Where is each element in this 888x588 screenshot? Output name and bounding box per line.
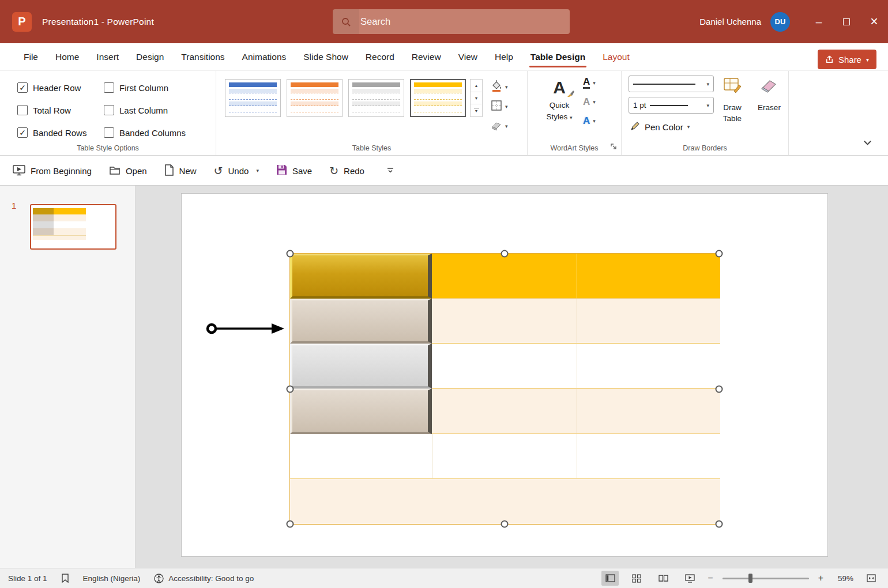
tab-transitions[interactable]: Transitions [172, 43, 233, 70]
zoom-slider-thumb[interactable] [748, 574, 752, 583]
share-button[interactable]: Share ▾ [818, 50, 876, 69]
table-cell[interactable] [432, 389, 577, 434]
table-style-orange[interactable] [287, 79, 343, 117]
text-fill-button[interactable]: A ▾ [583, 76, 596, 90]
table-style-blue[interactable] [225, 79, 281, 117]
selection-handle[interactable] [716, 250, 723, 258]
zoom-slider[interactable] [723, 578, 809, 579]
checkbox-header-row[interactable]: ✓ Header Row [17, 80, 104, 95]
tab-layout[interactable]: Layout [594, 43, 638, 70]
toolbar-overflow-button[interactable] [386, 167, 394, 174]
table-cell[interactable] [432, 299, 577, 344]
table-cell[interactable] [290, 254, 432, 299]
table-cell[interactable] [290, 479, 432, 524]
tab-file[interactable]: File [15, 43, 47, 70]
checkbox-box[interactable] [104, 82, 114, 93]
checkbox-banded-rows[interactable]: ✓ Banded Rows [17, 125, 104, 140]
selection-handle[interactable] [716, 521, 723, 528]
account-name[interactable]: Daniel Uchenna [699, 17, 761, 27]
table-cell[interactable] [290, 389, 432, 434]
gallery-scroll-down-button[interactable]: ▼ [471, 92, 482, 105]
table-cell[interactable] [577, 434, 720, 479]
gallery-scroll-up-button[interactable]: ▲ [471, 80, 482, 92]
draw-table-button[interactable]: Draw Table [716, 76, 748, 125]
slide-1-thumbnail[interactable] [30, 204, 116, 250]
eraser-button[interactable]: Eraser [753, 76, 785, 113]
powerpoint-logo-icon[interactable]: P [12, 12, 32, 32]
tab-table-design[interactable]: Table Design [522, 43, 594, 70]
accessibility-status[interactable]: Accessibility: Good to go [154, 574, 254, 583]
tab-view[interactable]: View [450, 43, 486, 70]
fit-slide-button[interactable] [863, 571, 880, 586]
reading-view-button[interactable] [654, 571, 672, 586]
tab-slide-show[interactable]: Slide Show [295, 43, 357, 70]
checkbox-banded-columns[interactable]: Banded Columns [104, 125, 213, 140]
close-button[interactable]: × [860, 0, 888, 43]
search-input[interactable]: Search [333, 9, 570, 34]
zoom-in-button[interactable]: + [818, 573, 823, 583]
redo-button[interactable]: ↻ Redo [329, 165, 364, 176]
pen-weight-dropdown[interactable]: 1 pt ▾ [629, 97, 714, 114]
table-cell[interactable] [577, 389, 720, 434]
slide-table[interactable] [289, 253, 720, 525]
tab-design[interactable]: Design [127, 43, 172, 70]
checkbox-last-column[interactable]: Last Column [104, 103, 213, 118]
selection-handle[interactable] [287, 250, 294, 258]
checkbox-box[interactable] [17, 105, 28, 115]
tab-animations[interactable]: Animations [234, 43, 295, 70]
checkbox-box[interactable]: ✓ [17, 127, 28, 138]
table-cell[interactable] [432, 344, 577, 389]
arrow-annotation[interactable] [204, 318, 290, 339]
selection-handle[interactable] [716, 385, 723, 393]
zoom-level[interactable]: 59% [833, 574, 853, 583]
pen-color-button[interactable]: Pen Color ▾ [630, 120, 690, 133]
table-cell[interactable] [577, 299, 720, 344]
shading-button[interactable]: ▾ [491, 80, 508, 94]
tab-record[interactable]: Record [357, 43, 403, 70]
table-cell[interactable] [432, 479, 577, 524]
gallery-more-button[interactable]: ▼ [471, 104, 482, 116]
open-button[interactable]: Open [109, 165, 147, 177]
slide-sorter-view-button[interactable] [628, 571, 645, 586]
table-cell[interactable] [577, 344, 720, 389]
table-cell[interactable] [290, 299, 432, 344]
collapse-ribbon-button[interactable] [864, 139, 871, 146]
table-cell[interactable] [432, 254, 577, 299]
checkbox-box[interactable]: ✓ [17, 82, 28, 93]
from-beginning-button[interactable]: From Beginning [13, 164, 92, 178]
tab-home[interactable]: Home [47, 43, 88, 70]
table-cell[interactable] [432, 434, 577, 479]
selection-handle[interactable] [501, 250, 509, 258]
zoom-out-button[interactable]: − [708, 573, 713, 583]
table-cell[interactable] [290, 434, 432, 479]
account-avatar[interactable]: DU [770, 12, 790, 32]
checkbox-first-column[interactable]: First Column [104, 80, 213, 95]
checkbox-box[interactable] [104, 127, 114, 138]
text-outline-button[interactable]: A ▾ [583, 95, 596, 109]
language-status[interactable]: English (Nigeria) [83, 574, 141, 583]
quick-styles-button[interactable]: A Quick Styles ▾ [541, 76, 577, 122]
maximize-button[interactable] [833, 0, 860, 43]
text-effects-button[interactable]: A ▾ [583, 114, 596, 128]
save-button[interactable]: Save [276, 164, 312, 177]
borders-button[interactable]: ▾ [491, 99, 508, 114]
normal-view-button[interactable] [601, 571, 619, 586]
table-style-gray[interactable] [348, 79, 404, 117]
tab-insert[interactable]: Insert [88, 43, 127, 70]
pen-style-dropdown[interactable]: ▾ [629, 76, 714, 92]
new-button[interactable]: New [164, 164, 197, 178]
table-style-yellow-selected[interactable] [410, 79, 466, 117]
checkbox-total-row[interactable]: Total Row [17, 103, 104, 118]
selection-handle[interactable] [501, 521, 509, 528]
effects-button[interactable]: ▾ [491, 119, 508, 133]
tab-review[interactable]: Review [403, 43, 450, 70]
selection-handle[interactable] [287, 385, 294, 393]
table-cell[interactable] [577, 479, 720, 524]
table-cell[interactable] [577, 254, 720, 299]
slideshow-view-button[interactable] [681, 571, 698, 586]
table-cell[interactable] [290, 344, 432, 389]
slide[interactable] [182, 194, 827, 556]
tab-help[interactable]: Help [486, 43, 522, 70]
slide-canvas-area[interactable] [136, 186, 888, 568]
checkbox-box[interactable] [104, 105, 114, 115]
